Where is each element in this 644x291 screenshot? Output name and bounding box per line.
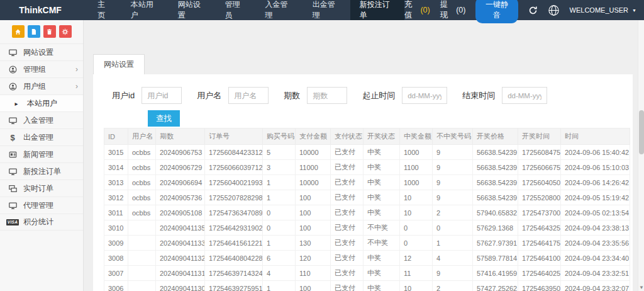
- table-cell: 已支付: [331, 175, 364, 190]
- sidebar-item-label: 出金管理: [23, 132, 53, 143]
- sidebar-item-4[interactable]: 入金管理: [0, 111, 83, 128]
- table-cell: 不中奖: [364, 236, 400, 251]
- table-cell: 57629.1368: [473, 220, 518, 236]
- column-header: 开奖时间: [518, 128, 561, 145]
- sidebar-item-1[interactable]: 管理组›: [0, 60, 83, 77]
- table-cell: 中奖: [364, 205, 400, 220]
- trash-icon: [46, 28, 53, 35]
- column-header: 支付金额: [296, 128, 331, 145]
- brand-logo[interactable]: ThinkCMF: [0, 0, 80, 20]
- table-cell: 2024-09-04 23:34:40: [561, 251, 630, 266]
- table-row: 3013ocbbs2024090669417256040021993511000…: [104, 175, 630, 190]
- home-button[interactable]: [12, 25, 25, 38]
- table-cell: 1100: [400, 160, 433, 175]
- table-cell: 10: [400, 281, 433, 291]
- withdraw-counter[interactable]: 提现 (0): [440, 0, 466, 21]
- user-icon: [8, 66, 18, 74]
- column-header: 期数: [156, 128, 205, 145]
- table-cell: 100: [296, 205, 331, 220]
- nav-item-4[interactable]: 入金管理: [256, 0, 303, 20]
- table-cell: 20240905108: [156, 205, 205, 220]
- table-cell: 1: [263, 190, 296, 205]
- sidebar-item-5[interactable]: $出金管理: [0, 128, 83, 146]
- sidebar-item-label: 用户组: [23, 81, 46, 92]
- sidebar-item-label: 积分统计: [23, 217, 53, 227]
- sidebar-item-3[interactable]: ▸本站用户: [0, 94, 83, 111]
- nav-item-6[interactable]: 新投注订单: [350, 0, 404, 20]
- sidebar-item-0[interactable]: 网站设置: [0, 43, 83, 60]
- scrollbar-down-arrow-icon[interactable]: ▼: [638, 285, 644, 290]
- table-cell: 202409041133: [156, 236, 205, 251]
- nav-item-5[interactable]: 出金管理: [303, 0, 350, 20]
- withdraw-count-badge: (0): [456, 6, 465, 14]
- column-header: 开奖状态: [364, 128, 400, 145]
- table-cell: 4: [433, 251, 473, 266]
- table-cell: 1725473700: [518, 205, 561, 220]
- table-cell: 已支付: [331, 236, 364, 251]
- table-cell: 0: [400, 236, 433, 251]
- sidebar-item-6[interactable]: 新闻管理: [0, 146, 83, 163]
- table-cell: 10: [400, 205, 433, 220]
- content-card: 用户id用户名期数起止时间结束时间 查找 ID用户名期数订单号购买号码支付金额支…: [93, 74, 633, 291]
- table-row: 30062024090411301725463927595101100已支付中奖…: [104, 281, 630, 291]
- nav-item-2[interactable]: 网站设置: [169, 0, 216, 20]
- table-cell: 1725464175: [518, 236, 561, 251]
- column-header: 购买号码: [263, 128, 296, 145]
- table-cell: 2024-09-05 02:13:54: [561, 205, 630, 220]
- sidebar-item-8[interactable]: 实时订单: [0, 180, 83, 197]
- main-nav: 主页本站用户网站设置管理员入金管理出金管理新投注订单: [88, 0, 404, 20]
- filter-input-4[interactable]: [502, 87, 547, 104]
- table-cell: [128, 281, 156, 291]
- sidebar: 网站设置管理组›用户组›▸本站用户入金管理$出金管理新闻管理新投注订单实时订单代…: [0, 20, 84, 291]
- table-cell: 3: [263, 160, 296, 175]
- sidebar-item-label: 新闻管理: [23, 149, 53, 160]
- filter-group-4: 结束时间: [462, 87, 562, 104]
- nav-item-0[interactable]: 主页: [88, 0, 121, 20]
- table-cell: ocbbs: [128, 160, 156, 175]
- tab-site-settings[interactable]: 网站设置: [93, 54, 145, 74]
- table-row: 30102024090411351725464293190270100已支付不中…: [104, 220, 630, 236]
- gear-button[interactable]: [59, 25, 72, 38]
- filter-label: 结束时间: [462, 90, 495, 101]
- table-cell: 172546408042281: [205, 251, 263, 266]
- filter-input-3[interactable]: [402, 87, 447, 104]
- table-row: 30072024090411311725463971432484110已支付中奖…: [104, 266, 630, 281]
- column-header: 开奖价格: [473, 128, 518, 145]
- sidebar-item-10[interactable]: VISA积分统计: [0, 214, 83, 231]
- filter-label: 用户名: [197, 90, 221, 101]
- user-menu[interactable]: WELCOME_USER ▼: [570, 6, 636, 14]
- table-cell: 已支付: [331, 220, 364, 236]
- table-cell: 已支付: [331, 205, 364, 220]
- table-cell: 3015: [104, 145, 128, 160]
- table-cell: 56638.54239: [473, 160, 518, 175]
- file-button[interactable]: [28, 25, 40, 38]
- nav-item-1[interactable]: 本站用户: [121, 0, 169, 20]
- scrollbar-thumb[interactable]: [639, 110, 644, 154]
- table-cell: 11000: [296, 160, 331, 175]
- refresh-icon[interactable]: [528, 6, 538, 15]
- table-cell: 中奖: [364, 160, 400, 175]
- table-row: 30082024090411321725464080422816120已支付中奖…: [104, 251, 630, 266]
- trash-button[interactable]: [43, 25, 56, 38]
- sidebar-item-9[interactable]: 代理管理: [0, 197, 83, 214]
- scrollbar[interactable]: ▼: [638, 20, 644, 291]
- table-cell: 9: [433, 160, 473, 175]
- recharge-counter[interactable]: 充值 (0): [404, 0, 430, 21]
- table-cell: 172547363470893: [205, 205, 263, 220]
- sidebar-item-7[interactable]: 新投注订单: [0, 163, 83, 180]
- table-cell: 130: [296, 236, 331, 251]
- column-header: 时间: [561, 128, 630, 145]
- main-content: 网站设置 用户id用户名期数起止时间结束时间 查找 ID用户名期数订单号购买号码…: [84, 20, 644, 291]
- globe-icon[interactable]: [548, 4, 560, 16]
- search-button[interactable]: 查找: [148, 110, 180, 127]
- filter-input-0[interactable]: [142, 87, 182, 104]
- filter-input-2[interactable]: [307, 87, 347, 104]
- table-cell: 中奖: [364, 175, 400, 190]
- table-row: 3012ocbbs202409057361725520782829891100已…: [104, 190, 630, 205]
- table-cell: 2: [433, 281, 473, 291]
- filter-input-1[interactable]: [228, 87, 269, 104]
- monitor-icon: [8, 168, 18, 176]
- sidebar-item-2[interactable]: 用户组›: [0, 77, 83, 94]
- table-cell: 已支付: [331, 266, 364, 281]
- nav-item-3[interactable]: 管理员: [216, 0, 256, 20]
